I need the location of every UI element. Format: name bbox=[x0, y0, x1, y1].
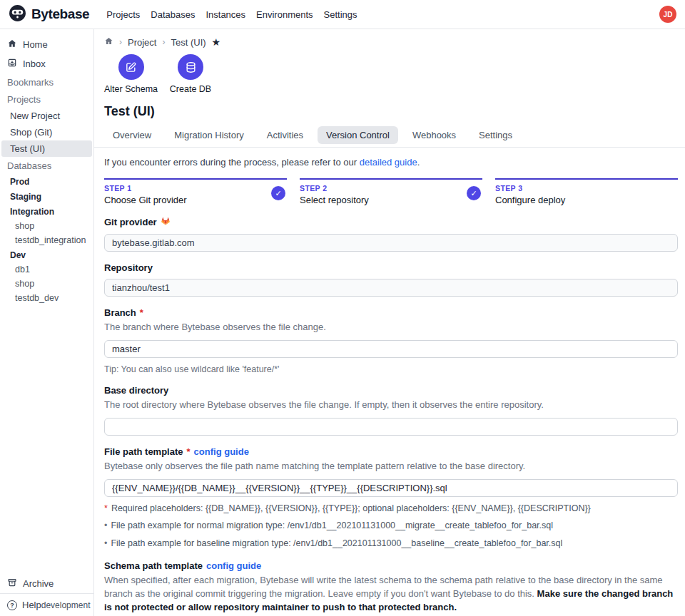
tab-settings[interactable]: Settings bbox=[470, 126, 521, 144]
base-directory-input[interactable] bbox=[104, 418, 678, 436]
main-content: › Project › Test (UI) ★ Alter Schema bbox=[94, 29, 685, 616]
field-branch: Branch * The branch where Bytebase obser… bbox=[104, 307, 678, 374]
main-nav: Projects Databases Instances Environment… bbox=[106, 9, 357, 20]
field-schema-path-template: Schema path template config guide When s… bbox=[104, 560, 678, 616]
page-title: Test (UI) bbox=[104, 104, 678, 119]
step-1-choose-git-provider: STEP 1 Choose Git provider ✓ bbox=[104, 178, 287, 205]
sidebar-section-projects[interactable]: Projects bbox=[0, 91, 93, 108]
sidebar-item-test-ui[interactable]: Test (UI) bbox=[1, 140, 92, 157]
file-path-example-normal: • File path example for normal migration… bbox=[104, 520, 678, 532]
detailed-guide-link[interactable]: detailed guide bbox=[360, 157, 417, 168]
sidebar-db-testdb-integration[interactable]: testdb_integration bbox=[0, 233, 93, 247]
sidebar-env-dev[interactable]: Dev bbox=[0, 247, 93, 262]
file-path-template-input[interactable] bbox=[104, 479, 678, 497]
bytebase-logo-icon bbox=[9, 4, 26, 24]
field-repository: Repository bbox=[104, 262, 678, 297]
schema-path-description: When specified, after each migration, By… bbox=[104, 574, 678, 615]
favorite-star-icon[interactable]: ★ bbox=[212, 36, 221, 48]
sidebar-env-prod[interactable]: Prod bbox=[0, 174, 93, 189]
help-icon: ? bbox=[7, 600, 17, 610]
repository-input bbox=[104, 279, 678, 297]
project-tabs: Overview Migration History Activities Ve… bbox=[104, 126, 678, 144]
setup-steps: STEP 1 Choose Git provider ✓ STEP 2 Sele… bbox=[104, 178, 678, 205]
breadcrumb: › Project › Test (UI) ★ bbox=[104, 36, 678, 48]
step-2-select-repository: STEP 2 Select repository ✓ bbox=[300, 178, 482, 205]
sidebar-db-db1[interactable]: db1 bbox=[0, 262, 93, 277]
branch-tip: Tip: You can also use wildcard like 'fea… bbox=[104, 364, 678, 374]
bytebase-logo[interactable]: Bytebase bbox=[9, 4, 89, 24]
step-3-configure-deploy: STEP 3 Configure deploy bbox=[495, 178, 678, 205]
database-icon bbox=[178, 54, 203, 80]
nav-projects[interactable]: Projects bbox=[106, 9, 140, 20]
breadcrumb-home-icon[interactable] bbox=[104, 36, 113, 48]
git-provider-input bbox=[104, 234, 678, 252]
field-base-directory: Base directory The root directory where … bbox=[104, 385, 678, 436]
sidebar-section-databases[interactable]: Databases bbox=[0, 157, 93, 174]
sidebar-db-shop-integration[interactable]: shop bbox=[0, 219, 93, 233]
alter-schema-button[interactable]: Alter Schema bbox=[104, 54, 158, 94]
sidebar-env-integration[interactable]: Integration bbox=[0, 204, 93, 219]
user-avatar[interactable]: JD bbox=[659, 6, 676, 23]
sidebar-item-shop-git[interactable]: Shop (Git) bbox=[0, 124, 93, 140]
edit-icon bbox=[118, 54, 144, 80]
archive-icon bbox=[7, 578, 17, 590]
field-file-path-template: File path template * config guide Byteba… bbox=[104, 446, 678, 550]
step-1-check-icon: ✓ bbox=[271, 186, 285, 200]
tab-activities[interactable]: Activities bbox=[258, 126, 312, 144]
sidebar: Home Inbox Bookmarks Projects New Projec… bbox=[0, 29, 94, 616]
tab-version-control[interactable]: Version Control bbox=[318, 126, 398, 144]
sidebar-item-new-project[interactable]: New Project bbox=[0, 108, 93, 124]
breadcrumb-test-ui[interactable]: Test (UI) bbox=[171, 37, 206, 48]
inbox-icon bbox=[7, 58, 17, 70]
step-2-check-icon: ✓ bbox=[467, 186, 481, 200]
sidebar-db-shop-dev[interactable]: shop bbox=[0, 277, 93, 291]
tab-migration-history[interactable]: Migration History bbox=[166, 126, 253, 144]
home-icon bbox=[7, 38, 17, 51]
nav-settings[interactable]: Settings bbox=[324, 9, 357, 20]
breadcrumb-project[interactable]: Project bbox=[128, 37, 156, 48]
schema-path-config-guide-link[interactable]: config guide bbox=[206, 560, 261, 571]
release-channel-badge: development bbox=[41, 600, 91, 610]
create-db-button[interactable]: Create DB bbox=[168, 54, 213, 94]
branch-input[interactable] bbox=[104, 340, 678, 358]
quick-actions: Alter Schema Create DB bbox=[104, 54, 678, 94]
brand-name: Bytebase bbox=[31, 6, 89, 22]
sidebar-item-archive[interactable]: Archive bbox=[0, 574, 93, 593]
top-navbar: Bytebase Projects Databases Instances En… bbox=[0, 0, 685, 29]
nav-instances[interactable]: Instances bbox=[206, 9, 245, 20]
field-git-provider: Git provider bbox=[104, 216, 678, 252]
sidebar-item-help[interactable]: ? Help bbox=[7, 600, 41, 610]
sidebar-db-testdb-dev[interactable]: testdb_dev bbox=[0, 291, 93, 305]
tab-overview[interactable]: Overview bbox=[104, 126, 160, 144]
sidebar-item-inbox[interactable]: Inbox bbox=[0, 54, 93, 73]
error-notice: If you encounter errors during the proce… bbox=[104, 148, 678, 175]
gitlab-icon bbox=[161, 216, 171, 228]
nav-databases[interactable]: Databases bbox=[151, 9, 195, 20]
sidebar-item-home[interactable]: Home bbox=[0, 35, 93, 54]
nav-environments[interactable]: Environments bbox=[256, 9, 313, 20]
file-path-config-guide-link[interactable]: config guide bbox=[194, 446, 249, 457]
sidebar-item-bookmarks[interactable]: Bookmarks bbox=[0, 73, 93, 91]
sidebar-env-staging[interactable]: Staging bbox=[0, 189, 93, 204]
file-path-example-baseline: • File path example for baseline migrati… bbox=[104, 538, 678, 550]
file-path-required-note: * Required placeholders: {{DB_NAME}}, {{… bbox=[104, 503, 678, 515]
tab-webhooks[interactable]: Webhooks bbox=[404, 126, 465, 144]
